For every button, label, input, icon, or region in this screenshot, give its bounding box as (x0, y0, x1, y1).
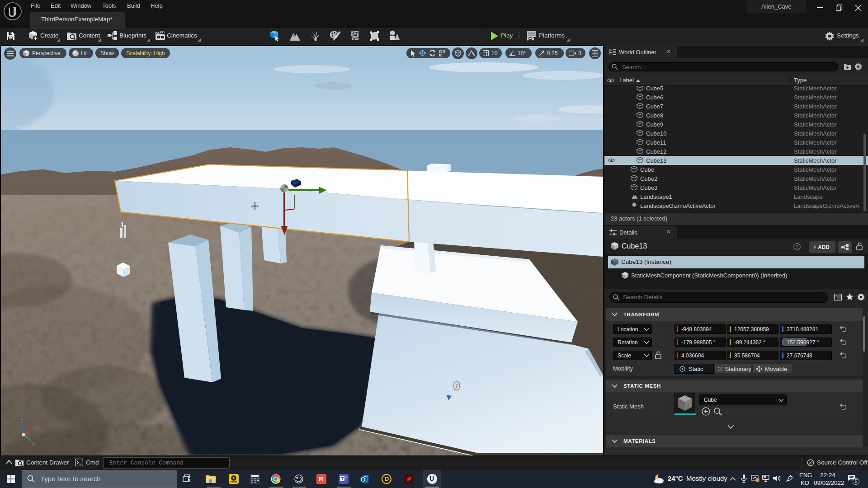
svg-text:?: ? (796, 244, 798, 249)
svg-text:Y: Y (32, 441, 35, 446)
svg-text:X: X (34, 426, 38, 431)
svg-text:Z: Z (21, 419, 24, 424)
